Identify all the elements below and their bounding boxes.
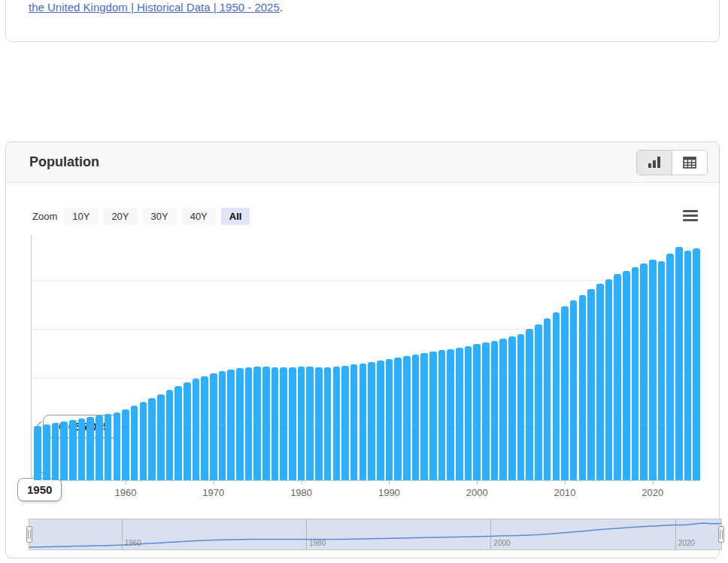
bar-2018[interactable]	[632, 267, 639, 480]
y-gridline	[32, 280, 700, 281]
bar-1975[interactable]	[253, 367, 261, 480]
bar-2010[interactable]	[561, 306, 569, 480]
bar-1952[interactable]	[52, 423, 59, 480]
bar-2014[interactable]	[596, 284, 604, 480]
population-chart-card: Population	[5, 142, 720, 558]
bar-2024[interactable]	[684, 251, 692, 480]
bar-1964[interactable]	[157, 394, 165, 480]
bar-2020[interactable]	[649, 260, 657, 480]
bar-1968[interactable]	[193, 379, 200, 480]
bar-1951[interactable]	[43, 425, 50, 480]
bar-1982[interactable]	[315, 367, 323, 480]
bar-1954[interactable]	[69, 420, 77, 480]
bar-2001[interactable]	[482, 342, 490, 480]
bar-1958[interactable]	[105, 414, 112, 480]
bar-2019[interactable]	[640, 263, 648, 480]
bar-1959[interactable]	[114, 412, 121, 480]
bar-1970[interactable]	[210, 373, 217, 480]
bar-1955[interactable]	[78, 418, 86, 480]
bar-2012[interactable]	[579, 295, 587, 480]
navigator-right-handle[interactable]	[718, 526, 724, 543]
citation-link[interactable]: the United Kingdom | Historical Data | 1…	[29, 1, 280, 14]
bar-1991[interactable]	[394, 358, 402, 480]
table-view-button[interactable]	[672, 151, 707, 175]
bar-1993[interactable]	[412, 355, 420, 480]
bar-1966[interactable]	[174, 386, 182, 480]
bar-1985[interactable]	[341, 366, 349, 480]
zoom-range-controls: Zoom 10Y20Y30Y40YAll	[32, 208, 250, 225]
bar-2022[interactable]	[666, 254, 674, 480]
x-axis-label-1960: 1960	[109, 487, 142, 498]
bar-2011[interactable]	[570, 300, 578, 480]
bar-2006[interactable]	[526, 329, 533, 480]
bar-1999[interactable]	[465, 346, 472, 480]
bar-1953[interactable]	[60, 421, 68, 480]
page: the United Kingdom | Historical Data | 1…	[0, 0, 728, 563]
navigator[interactable]: 1960198020002020	[29, 519, 722, 550]
zoom-button-30y[interactable]: 30Y	[143, 208, 177, 225]
bar-2015[interactable]	[605, 279, 613, 480]
bar-2016[interactable]	[614, 274, 621, 480]
bar-1986[interactable]	[350, 364, 358, 480]
hamburger-menu-icon[interactable]	[683, 210, 698, 224]
bar-2023[interactable]	[675, 247, 683, 480]
bar-1972[interactable]	[227, 370, 235, 480]
bar-1977[interactable]	[271, 367, 279, 480]
bar-1950[interactable]	[34, 426, 41, 480]
bar-1960[interactable]	[122, 409, 129, 480]
bar-1983[interactable]	[324, 367, 332, 480]
bar-2003[interactable]	[499, 339, 507, 480]
chart-view-button[interactable]	[637, 151, 672, 175]
bar-1997[interactable]	[447, 349, 454, 480]
bar-1992[interactable]	[403, 356, 411, 480]
bar-1980[interactable]	[298, 367, 305, 480]
bar-1976[interactable]	[262, 367, 270, 480]
bar-1990[interactable]	[386, 359, 393, 480]
bar-1963[interactable]	[148, 398, 156, 480]
bar-2009[interactable]	[553, 312, 560, 480]
bar-1967[interactable]	[184, 382, 191, 480]
bar-2002[interactable]	[491, 341, 499, 480]
bar-1974[interactable]	[245, 367, 253, 480]
bar-1973[interactable]	[236, 368, 244, 480]
x-axis-label-1980: 1980	[285, 487, 318, 498]
x-axis-tick	[214, 480, 214, 485]
bar-2013[interactable]	[587, 289, 595, 480]
bar-1962[interactable]	[140, 402, 147, 480]
bar-1956[interactable]	[86, 417, 94, 480]
zoom-button-10y[interactable]: 10Y	[64, 208, 98, 225]
zoom-button-all[interactable]: All	[221, 208, 250, 225]
bar-1961[interactable]	[131, 406, 138, 480]
navigator-left-handle[interactable]	[26, 526, 32, 543]
bar-1994[interactable]	[420, 353, 428, 480]
view-toggle-group	[636, 150, 708, 175]
bar-1984[interactable]	[333, 367, 341, 480]
bar-1988[interactable]	[368, 362, 375, 480]
bar-1981[interactable]	[306, 367, 314, 480]
bar-1998[interactable]	[456, 348, 463, 480]
bar-2000[interactable]	[473, 344, 481, 480]
bar-1995[interactable]	[429, 351, 437, 480]
zoom-button-40y[interactable]: 40Y	[182, 208, 216, 225]
bar-1978[interactable]	[280, 367, 287, 480]
navigator-label-1980: 1980	[309, 539, 326, 547]
bar-1971[interactable]	[219, 371, 226, 480]
x-axis-tick	[302, 480, 302, 485]
bar-1987[interactable]	[359, 364, 367, 480]
bar-2025[interactable]	[693, 248, 700, 480]
bar-1979[interactable]	[289, 367, 296, 480]
bar-1996[interactable]	[438, 350, 446, 480]
table-icon	[683, 157, 696, 169]
x-axis-label-2010: 2010	[548, 487, 581, 498]
bar-2021[interactable]	[658, 261, 666, 480]
bar-2004[interactable]	[508, 336, 516, 480]
bar-1989[interactable]	[377, 361, 384, 480]
bar-2005[interactable]	[517, 334, 525, 480]
bar-2008[interactable]	[544, 318, 551, 480]
zoom-button-20y[interactable]: 20Y	[103, 208, 137, 225]
bar-1969[interactable]	[201, 376, 208, 480]
bar-1957[interactable]	[96, 415, 103, 480]
bar-1965[interactable]	[166, 390, 174, 480]
bar-2017[interactable]	[623, 271, 630, 480]
bar-2007[interactable]	[535, 324, 542, 480]
